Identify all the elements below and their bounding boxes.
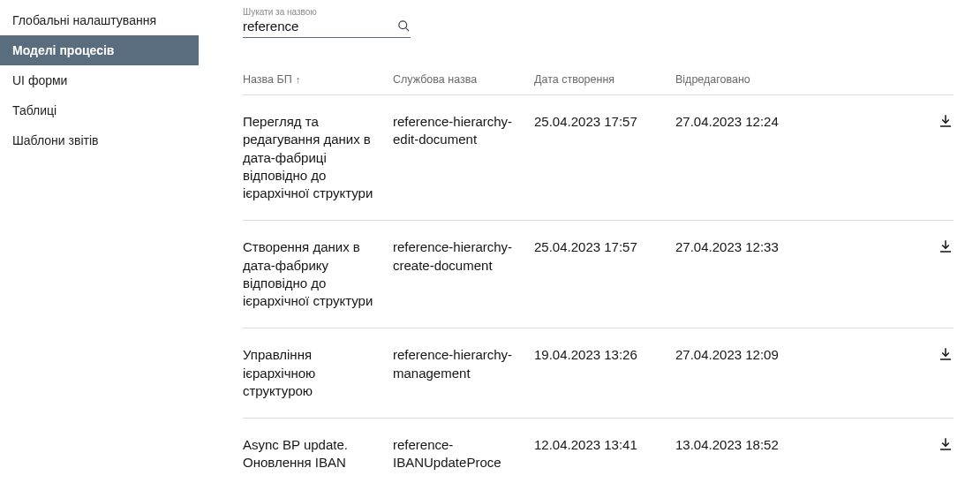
search-label: Шукати за назвою bbox=[243, 7, 954, 17]
cell-svc: reference-hierarchy-create-document bbox=[393, 238, 534, 275]
cell-edited: 27.04.2023 12:09 bbox=[675, 346, 870, 364]
svg-line-1 bbox=[405, 27, 409, 31]
search-input[interactable] bbox=[243, 19, 397, 34]
cell-name: Створення даних в дата-фабрику відповідн… bbox=[243, 238, 393, 310]
cell-created: 12.04.2023 13:41 bbox=[534, 436, 675, 454]
cell-edited: 13.04.2023 18:52 bbox=[675, 436, 870, 454]
download-button[interactable] bbox=[938, 113, 954, 129]
sidebar-item-ui-forms[interactable]: UI форми bbox=[0, 65, 199, 95]
download-button[interactable] bbox=[938, 238, 954, 254]
svg-point-0 bbox=[399, 21, 407, 29]
cell-name: Управління ієрархічною структурою bbox=[243, 346, 393, 400]
cell-edited: 27.04.2023 12:24 bbox=[675, 113, 870, 131]
sort-ascending-icon: ↑ bbox=[296, 74, 301, 85]
sidebar-item-tables[interactable]: Таблиці bbox=[0, 95, 199, 125]
download-icon bbox=[938, 436, 954, 452]
col-header-svc[interactable]: Службова назва bbox=[393, 73, 534, 86]
process-table: Назва БП↑ Службова назва Дата створення … bbox=[243, 73, 954, 483]
table-row[interactable]: Async BP update. Оновлення IBANreference… bbox=[243, 419, 954, 483]
cell-download bbox=[909, 436, 954, 452]
table-row[interactable]: Створення даних в дата-фабрику відповідн… bbox=[243, 221, 954, 328]
cell-download bbox=[909, 346, 954, 362]
search-box: Шукати за назвою bbox=[243, 7, 954, 38]
sidebar: Глобальні налаштування Моделі процесів U… bbox=[0, 0, 199, 483]
cell-name: Перегляд та редагування даних в дата-фаб… bbox=[243, 113, 393, 202]
table-row[interactable]: Управління ієрархічною структуроюreferen… bbox=[243, 328, 954, 419]
col-header-created[interactable]: Дата створення bbox=[534, 73, 675, 86]
cell-name: Async BP update. Оновлення IBAN bbox=[243, 436, 393, 472]
cell-svc: reference-IBANUpdateProce bbox=[393, 436, 534, 472]
cell-created: 19.04.2023 13:26 bbox=[534, 346, 675, 364]
table-header: Назва БП↑ Службова назва Дата створення … bbox=[243, 73, 954, 95]
col-header-name-label: Назва БП bbox=[243, 73, 292, 86]
download-icon bbox=[938, 346, 954, 362]
col-header-name[interactable]: Назва БП↑ bbox=[243, 73, 393, 86]
cell-download bbox=[909, 238, 954, 254]
cell-created: 25.04.2023 17:57 bbox=[534, 238, 675, 256]
download-icon bbox=[938, 113, 954, 129]
cell-svc: reference-hierarchy-management bbox=[393, 346, 534, 382]
search-icon[interactable] bbox=[397, 19, 411, 33]
cell-edited: 27.04.2023 12:33 bbox=[675, 238, 870, 256]
col-header-download bbox=[909, 73, 954, 86]
main-content: Шукати за назвою Назва БП↑ Службова назв… bbox=[199, 0, 980, 483]
cell-created: 25.04.2023 17:57 bbox=[534, 113, 675, 131]
download-button[interactable] bbox=[938, 436, 954, 452]
sidebar-item-report-templates[interactable]: Шаблони звітів bbox=[0, 125, 199, 155]
download-button[interactable] bbox=[938, 346, 954, 362]
sidebar-item-global-settings[interactable]: Глобальні налаштування bbox=[0, 5, 199, 35]
table-row[interactable]: Перегляд та редагування даних в дата-фаб… bbox=[243, 95, 954, 221]
download-icon bbox=[938, 238, 954, 254]
cell-download bbox=[909, 113, 954, 129]
sidebar-item-process-models[interactable]: Моделі процесів bbox=[0, 35, 199, 65]
cell-svc: reference-hierarchy-edit-document bbox=[393, 113, 534, 149]
col-header-edited[interactable]: Відредаговано bbox=[675, 73, 870, 86]
